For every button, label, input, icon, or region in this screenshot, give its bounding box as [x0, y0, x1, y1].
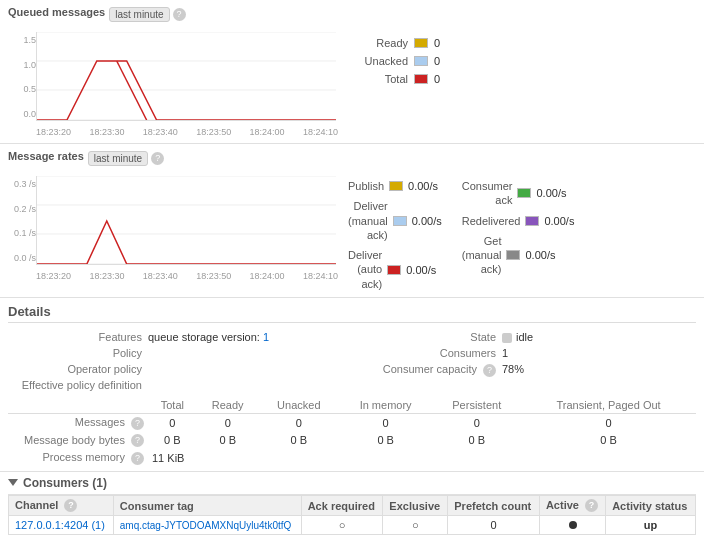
mr-y-axis: 0.3 /s 0.2 /s 0.1 /s 0.0 /s — [8, 179, 36, 263]
col-header-empty — [8, 397, 148, 414]
messages-unacked: 0 — [259, 414, 339, 432]
process-memory-help-icon[interactable]: ? — [131, 452, 144, 465]
rate-consumer-ack-label: Consumerack — [462, 179, 513, 208]
bytes-transient: 0 B — [521, 432, 696, 450]
rate-consumer-ack: Consumerack 0.00/s — [462, 179, 575, 208]
channel-link[interactable]: 127.0.0.1:4204 (1) — [15, 519, 105, 531]
rate-deliver-auto-color — [387, 265, 401, 275]
detail-effective-policy-label: Effective policy definition — [8, 379, 148, 391]
rate-publish-value: 0.00/s — [408, 180, 438, 192]
col-header-transient: Transient, Paged Out — [521, 397, 696, 414]
detail-policy-label: Policy — [8, 347, 148, 359]
mr-svg — [37, 176, 336, 264]
messages-table: Total Ready Unacked In memory Persistent… — [8, 397, 696, 467]
consumer-channel: 127.0.0.1:4204 (1) — [9, 516, 114, 535]
col-active: Active ? — [539, 495, 605, 516]
bytes-row: Message body bytes ? 0 B 0 B 0 B 0 B 0 B… — [8, 432, 696, 450]
legend-ready-label: Ready — [348, 37, 408, 49]
details-title: Details — [8, 304, 696, 323]
process-memory-label: Process memory ? — [8, 449, 148, 467]
rate-deliver-manual: Deliver(manualack) 0.00/s — [348, 199, 442, 242]
consumer-activity-status: up — [606, 516, 696, 535]
rate-deliver-auto-value: 0.00/s — [406, 264, 436, 276]
queued-messages-badge[interactable]: last minute — [109, 7, 169, 22]
col-header-unacked: Unacked — [259, 397, 339, 414]
details-right: State idle Consumers 1 Consumer capacity… — [362, 329, 696, 393]
messages-transient: 0 — [521, 414, 696, 432]
queued-messages-row: 1.5 1.0 0.5 0.0 18:23:2 — [8, 27, 696, 137]
legend-total: Total 0 — [348, 73, 464, 85]
rate-publish-label: Publish — [348, 179, 384, 193]
bytes-help-icon[interactable]: ? — [131, 434, 144, 447]
detail-consumers: Consumers 1 — [362, 345, 696, 361]
consumer-active — [539, 516, 605, 535]
rate-redelivered-label: Redelivered — [462, 214, 521, 228]
detail-features-label: Features — [8, 331, 148, 343]
rate-get-manual: Get(manualack) 0.00/s — [462, 234, 575, 277]
messages-total: 0 — [148, 414, 197, 432]
consumer-tag-link[interactable]: amq.ctag-JYTODOAMXNqUylu4tk0tfQ — [120, 520, 292, 531]
message-rates-section: Message rates last minute ? 0.3 /s 0.2 /… — [0, 144, 704, 298]
bytes-unacked: 0 B — [259, 432, 339, 450]
rate-redelivered-color — [525, 216, 539, 226]
col-header-in-memory: In memory — [339, 397, 432, 414]
legend-unacked-color — [414, 56, 428, 66]
consumers-toggle-icon — [8, 479, 18, 486]
message-rates-title: Message rates — [8, 150, 84, 162]
col-exclusive: Exclusive — [383, 495, 448, 516]
rate-deliver-manual-value: 0.00/s — [412, 215, 442, 227]
queued-messages-section: Queued messages last minute ? 1.5 1.0 0.… — [0, 0, 704, 144]
message-rates-row: 0.3 /s 0.2 /s 0.1 /s 0.0 /s 18:23:20 — [8, 171, 696, 291]
messages-in-memory: 0 — [339, 414, 432, 432]
details-top: Features queue storage version: 1 Policy… — [8, 329, 696, 393]
queued-messages-help-icon[interactable]: ? — [173, 8, 186, 21]
table-row: 127.0.0.1:4204 (1) amq.ctag-JYTODOAMXNqU… — [9, 516, 696, 535]
rate-redelivered-value: 0.00/s — [544, 215, 574, 227]
col-header-total: Total — [148, 397, 197, 414]
qm-x-axis: 18:23:20 18:23:30 18:23:40 18:23:50 18:2… — [36, 127, 338, 137]
qm-chart-area — [36, 32, 336, 121]
consumer-capacity-help-icon[interactable]: ? — [483, 364, 496, 377]
detail-consumer-capacity-value: 78% — [502, 363, 524, 375]
rates-legend: Publish 0.00/s Deliver(manualack) 0.00/s… — [348, 179, 574, 291]
rate-deliver-auto: Deliver(autoack) 0.00/s — [348, 248, 442, 291]
detail-consumers-label: Consumers — [362, 347, 502, 359]
details-section: Details Features queue storage version: … — [0, 298, 704, 472]
col-header-ready: Ready — [197, 397, 259, 414]
rate-deliver-auto-label: Deliver(autoack) — [348, 248, 382, 291]
col-consumer-tag: Consumer tag — [113, 495, 301, 516]
detail-effective-policy: Effective policy definition — [8, 377, 342, 393]
rate-get-manual-label: Get(manualack) — [462, 234, 502, 277]
process-memory-row: Process memory ? 11 KiB — [8, 449, 696, 467]
message-rates-help-icon[interactable]: ? — [151, 152, 164, 165]
rate-get-manual-color — [506, 250, 520, 260]
consumers-title: Consumers (1) — [23, 476, 107, 490]
rate-deliver-manual-label: Deliver(manualack) — [348, 199, 388, 242]
legend-unacked-value: 0 — [434, 55, 464, 67]
legend-ready: Ready 0 — [348, 37, 464, 49]
storage-version-link[interactable]: 1 — [263, 331, 269, 343]
bytes-persistent: 0 B — [432, 432, 521, 450]
detail-policy: Policy — [8, 345, 342, 361]
detail-state: State idle — [362, 329, 696, 345]
rate-publish: Publish 0.00/s — [348, 179, 442, 193]
channel-help-icon[interactable]: ? — [64, 499, 77, 512]
active-help-icon[interactable]: ? — [585, 499, 598, 512]
legend-total-color — [414, 74, 428, 84]
col-channel: Channel ? — [9, 495, 114, 516]
legend-total-value: 0 — [434, 73, 464, 85]
col-ack-required: Ack required — [301, 495, 383, 516]
legend-ready-color — [414, 38, 428, 48]
queued-messages-legend: Ready 0 Unacked 0 Total 0 — [348, 37, 464, 85]
col-header-persistent: Persistent — [432, 397, 521, 414]
consumers-table-header-row: Channel ? Consumer tag Ack required Excl… — [9, 495, 696, 516]
mr-x-axis: 18:23:20 18:23:30 18:23:40 18:23:50 18:2… — [36, 271, 338, 281]
detail-consumer-capacity: Consumer capacity ? 78% — [362, 361, 696, 379]
qm-svg — [37, 32, 336, 120]
message-rates-chart: 0.3 /s 0.2 /s 0.1 /s 0.0 /s 18:23:20 — [8, 171, 338, 281]
bytes-total: 0 B — [148, 432, 197, 450]
consumers-header[interactable]: Consumers (1) — [8, 472, 696, 495]
message-rates-badge[interactable]: last minute — [88, 151, 148, 166]
legend-unacked-label: Unacked — [348, 55, 408, 67]
messages-help-icon[interactable]: ? — [131, 417, 144, 430]
